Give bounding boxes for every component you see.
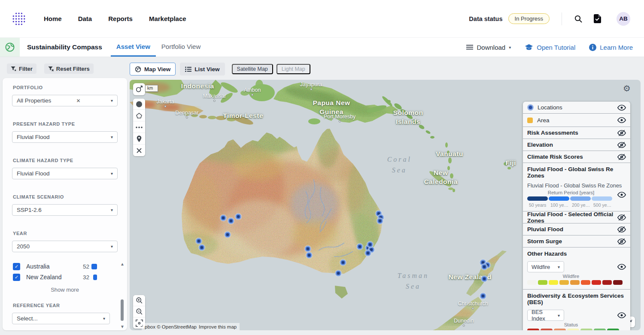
reference-year-select[interactable]: Select... ▾ — [12, 313, 110, 324]
asset-marker[interactable] — [228, 217, 234, 224]
year-label: YEAR — [13, 231, 27, 236]
asset-marker[interactable] — [365, 250, 371, 257]
improve-map-link[interactable]: Improve this map — [199, 324, 237, 329]
locations-visibility-toggle[interactable] — [617, 105, 626, 111]
asset-marker[interactable] — [356, 243, 363, 250]
asset-marker[interactable] — [335, 270, 341, 276]
present-hazard-label: PRESENT HAZARD TYPE — [13, 121, 75, 127]
filter-button[interactable]: Filter — [7, 63, 36, 74]
asset-marker[interactable] — [480, 293, 486, 299]
storm-surge-visibility-toggle[interactable] — [617, 238, 626, 245]
asset-marker[interactable] — [340, 259, 346, 266]
nav-item-home[interactable]: Home — [44, 15, 62, 22]
scroll-down-arrow[interactable]: ▼ — [120, 324, 125, 329]
asset-marker[interactable] — [220, 214, 226, 221]
draw-polygon-button[interactable] — [133, 110, 145, 121]
return-period-item: 200 ye… — [570, 196, 591, 208]
country-checkbox[interactable]: ✓ — [13, 274, 20, 281]
eye-off-icon — [617, 154, 626, 160]
fluvial-selected-visibility-toggle[interactable] — [617, 214, 626, 221]
climate-scenario-select[interactable]: SSP1-2.6 ▾ — [12, 204, 118, 216]
open-tutorial-button[interactable]: Open Tutorial — [525, 44, 575, 51]
draw-more-button[interactable] — [133, 122, 145, 133]
climate-hazard-select[interactable]: Fluvial Flood ▾ — [12, 168, 118, 179]
asset-marker[interactable] — [367, 241, 374, 248]
return-period-item: 500 ye… — [592, 196, 612, 208]
product-logo-cell[interactable] — [0, 38, 20, 57]
search-button[interactable] — [572, 13, 584, 25]
legend-row-elevation: Elevation — [523, 139, 630, 151]
legend-row-fluvial-selected: Fluvial Flood - Selected Official Zones — [523, 211, 630, 223]
map-view-button[interactable]: Map View — [130, 63, 176, 75]
year-select[interactable]: 2050 ▾ — [12, 241, 118, 252]
learn-more-label: Learn More — [600, 44, 633, 51]
show-more-link[interactable]: Show more — [3, 287, 127, 293]
nav-item-data[interactable]: Data — [78, 15, 92, 22]
nav-item-reports[interactable]: Reports — [108, 15, 133, 22]
climate-risk-scores-visibility-toggle[interactable] — [617, 154, 626, 160]
asset-marker[interactable] — [195, 238, 202, 244]
country-name: Australia — [26, 263, 83, 270]
asset-marker[interactable] — [225, 231, 231, 238]
draw-circle-button[interactable] — [133, 99, 145, 110]
portfolio-select[interactable]: All Properties ✕ ▾ — [12, 95, 118, 106]
zoom-out-button[interactable] — [133, 306, 145, 317]
clear-icon[interactable]: ✕ — [76, 98, 81, 104]
asset-marker[interactable] — [377, 217, 383, 224]
fluvial-swiss-re-visibility-toggle[interactable] — [617, 192, 626, 198]
measure-tool-button[interactable] — [133, 83, 145, 95]
bes-swatch — [567, 329, 579, 330]
asset-marker[interactable] — [235, 213, 242, 220]
draw-cancel-button[interactable] — [133, 145, 145, 156]
country-checkbox[interactable]: ✓ — [13, 263, 20, 270]
area-visibility-toggle[interactable] — [617, 117, 626, 123]
bes-visibility-toggle[interactable] — [617, 312, 626, 318]
bes-index-select-value: BES Index — [532, 309, 558, 322]
tab-asset-view[interactable]: Asset View — [111, 38, 156, 57]
appbar-right-group: Download ▾ Open Tutorial Learn More — [466, 38, 633, 57]
wildfire-swatch — [559, 280, 569, 285]
scroll-up-arrow[interactable]: ▲ — [120, 262, 125, 267]
user-avatar[interactable]: AB — [617, 12, 630, 26]
wildfire-color-scale — [527, 280, 626, 285]
area-label: Area — [537, 117, 617, 124]
download-button[interactable]: Download ▾ — [466, 44, 511, 51]
portfolio-label: PORTFOLIO — [13, 85, 43, 90]
elevation-visibility-toggle[interactable] — [617, 142, 626, 148]
elevation-label: Elevation — [527, 142, 617, 148]
asset-marker[interactable] — [306, 252, 312, 258]
documents-button[interactable] — [592, 12, 603, 25]
present-hazard-select[interactable]: Fluvial Flood ▾ — [12, 131, 118, 143]
tab-portfolio-view[interactable]: Portfolio View — [156, 38, 206, 57]
wildfire-visibility-toggle[interactable] — [617, 264, 626, 270]
company-logo[interactable] — [12, 12, 26, 26]
asset-marker[interactable] — [305, 246, 311, 252]
list-view-button[interactable]: List View — [180, 63, 225, 75]
map-attribution: pbox © OpenStreetMap Improve this map — [142, 323, 240, 330]
learn-more-button[interactable]: Learn More — [589, 44, 633, 51]
satellite-map-button[interactable]: Satellite Map — [232, 64, 273, 74]
asset-marker[interactable] — [481, 264, 487, 270]
return-period-swatch — [570, 196, 591, 201]
light-map-button[interactable]: Light Map — [276, 64, 310, 74]
sidebar-scrollbar[interactable]: ▲ ▼ — [119, 262, 126, 329]
bes-block: BES Index ▾ Status — [523, 307, 630, 330]
risk-assessments-visibility-toggle[interactable] — [617, 130, 626, 136]
wildfire-swatch — [538, 280, 547, 285]
drop-pin-button[interactable] — [133, 133, 145, 145]
map-settings-gear-icon[interactable]: ⚙ — [623, 83, 631, 94]
asset-marker[interactable] — [198, 244, 205, 250]
bes-index-select[interactable]: BES Index ▾ — [527, 310, 564, 321]
divider — [562, 12, 562, 25]
top-navigation-bar: Home Data Reports Marketplace Data statu… — [0, 0, 644, 37]
scrollbar-thumb[interactable] — [121, 299, 124, 321]
map-canvas[interactable]: Coral SeaTasman Sea IndonesiaPapua New G… — [130, 80, 641, 330]
pluvial-visibility-toggle[interactable] — [617, 226, 626, 233]
nav-item-marketplace[interactable]: Marketplace — [149, 15, 186, 22]
fluvial-sub-label: Fluvial Flood - Global Swiss Re Zones — [527, 181, 626, 189]
wildfire-select[interactable]: Wildfire ▾ — [527, 261, 564, 272]
zoom-in-button[interactable] — [133, 295, 145, 306]
reset-filters-button[interactable]: Reset Filters — [44, 63, 94, 74]
asset-marker[interactable] — [481, 276, 487, 282]
climate-hazard-select-value: Fluvial Flood — [17, 170, 50, 177]
